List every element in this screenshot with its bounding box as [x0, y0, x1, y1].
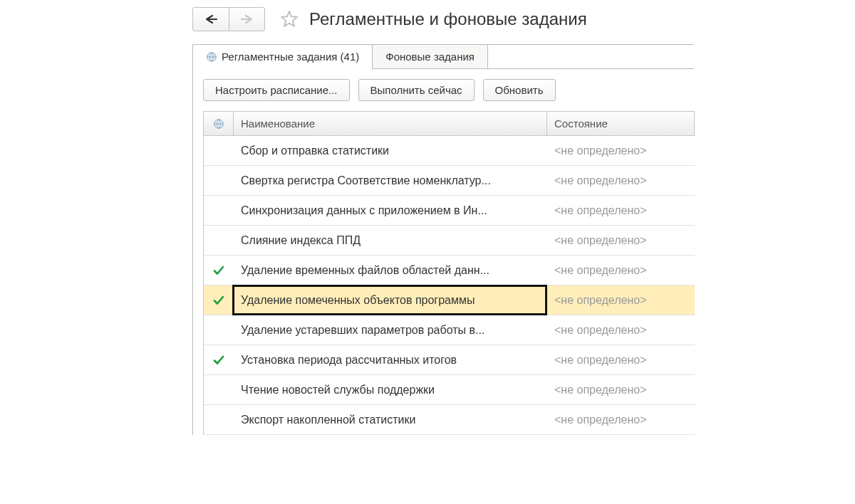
row-name-cell: Чтение новостей службы поддержки [234, 375, 547, 404]
row-status-cell [204, 226, 234, 255]
row-name-cell: Удаление устаревших параметров работы в.… [234, 315, 547, 345]
column-header-name[interactable]: Наименование [234, 112, 547, 135]
row-name-cell: Сбор и отправка статистики [234, 136, 547, 165]
configure-schedule-button[interactable]: Настроить расписание... [203, 79, 350, 101]
star-icon [279, 9, 299, 29]
table-row[interactable]: Удаление устаревших параметров работы в.… [204, 315, 695, 345]
table-row[interactable]: Установка периода рассчитанных итогов<не… [204, 345, 695, 375]
row-state-cell: <не определено> [547, 405, 695, 434]
favorite-star[interactable] [279, 9, 299, 29]
row-name-cell: Установка периода рассчитанных итогов [234, 345, 547, 374]
tab-scheduled-jobs[interactable]: Регламентные задания (41) [193, 45, 373, 68]
table-row[interactable]: Свертка регистра Соответствие номенклату… [204, 166, 695, 196]
table-row[interactable]: Сбор и отправка статистики<не определено… [204, 136, 695, 166]
row-status-cell [204, 136, 234, 165]
page-title: Регламентные и фоновые задания [309, 9, 587, 29]
row-name-cell: Удаление временных файлов областей данн.… [234, 256, 547, 285]
back-button[interactable] [193, 8, 229, 31]
globe-icon [206, 51, 217, 63]
tab-background-jobs[interactable]: Фоновые задания [373, 45, 488, 68]
row-state-cell: <не определено> [547, 375, 695, 404]
column-header-icon[interactable] [204, 112, 234, 135]
row-status-cell [204, 405, 234, 434]
row-name-cell: Слияние индекса ППД [234, 226, 547, 255]
checkmark-icon [212, 354, 225, 367]
row-status-cell [204, 345, 234, 374]
row-name-cell: Синхронизация данных с приложением в Ин.… [234, 196, 547, 225]
row-status-cell [204, 166, 234, 195]
row-status-cell [204, 285, 234, 315]
nav-buttons [192, 7, 265, 31]
tab-label: Регламентные задания (41) [222, 51, 359, 63]
row-state-cell: <не определено> [547, 285, 695, 315]
table-row[interactable]: Слияние индекса ППД<не определено> [204, 226, 695, 256]
row-state-cell: <не определено> [547, 196, 695, 225]
refresh-button[interactable]: Обновить [483, 79, 556, 101]
row-state-cell: <не определено> [547, 315, 695, 345]
row-name-cell: Экспорт накопленной статистики [234, 405, 547, 434]
forward-button[interactable] [229, 8, 264, 31]
checkmark-icon [212, 294, 225, 307]
row-name-cell: Свертка регистра Соответствие номенклату… [234, 166, 547, 195]
row-status-cell [204, 375, 234, 404]
row-status-cell [204, 256, 234, 285]
row-state-cell: <не определено> [547, 256, 695, 285]
jobs-table: Наименование Состояние Сбор и отправка с… [203, 111, 695, 435]
row-status-cell [204, 315, 234, 345]
run-now-button[interactable]: Выполнить сейчас [358, 79, 475, 101]
tab-label: Фоновые задания [385, 51, 475, 63]
row-state-cell: <не определено> [547, 345, 695, 374]
row-name-cell: Удаление помеченных объектов программы [234, 285, 547, 315]
arrow-left-icon [204, 14, 218, 24]
row-state-cell: <не определено> [547, 226, 695, 255]
table-row[interactable]: Удаление помеченных объектов программы<н… [204, 285, 695, 315]
table-row[interactable]: Синхронизация данных с приложением в Ин.… [204, 196, 695, 226]
table-row[interactable]: Чтение новостей службы поддержки<не опре… [204, 375, 695, 405]
row-state-cell: <не определено> [547, 136, 695, 165]
row-status-cell [204, 196, 234, 225]
checkmark-icon [212, 264, 225, 277]
arrow-right-icon [240, 14, 254, 24]
table-row[interactable]: Экспорт накопленной статистики<не опреде… [204, 405, 695, 435]
globe-icon [213, 118, 224, 130]
table-row[interactable]: Удаление временных файлов областей данн.… [204, 256, 695, 285]
column-header-state[interactable]: Состояние [547, 112, 695, 135]
row-state-cell: <не определено> [547, 166, 695, 195]
